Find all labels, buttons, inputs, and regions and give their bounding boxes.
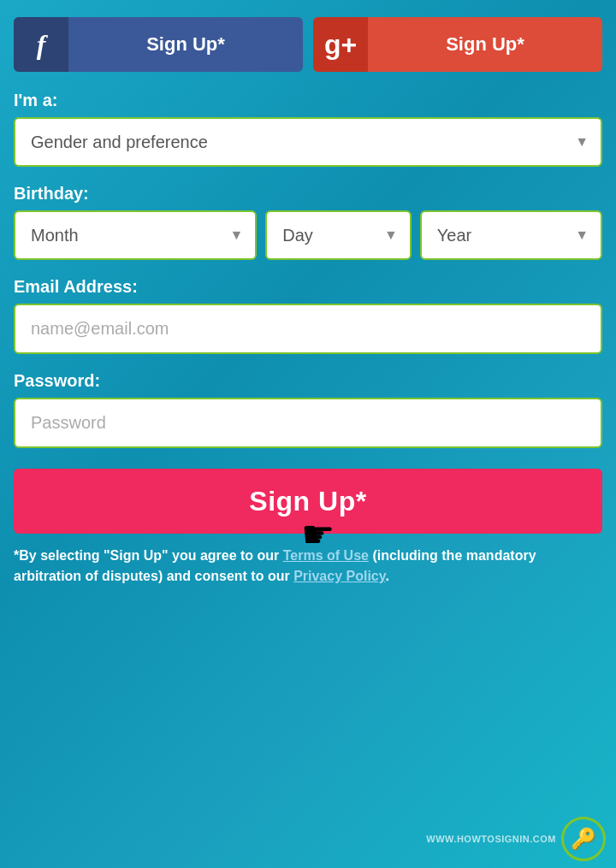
- password-section: Password:: [14, 371, 602, 448]
- gender-select[interactable]: Gender and preference Man seeking Woman …: [14, 117, 602, 167]
- birthday-label: Birthday:: [14, 184, 602, 204]
- facebook-signup-label: Sign Up*: [68, 33, 303, 56]
- social-buttons-row: f Sign Up* g+ Sign Up*: [14, 17, 602, 72]
- google-icon: g+: [313, 17, 368, 72]
- day-select-wrapper: Day 12345 678910 1112131415 1617181920 2…: [265, 210, 412, 260]
- birthday-section: Birthday: Month JanuaryFebruaryMarch Apr…: [14, 184, 602, 260]
- disclaimer-after: .: [385, 569, 388, 583]
- gender-section: Gender and preference Man seeking Woman …: [14, 117, 602, 167]
- email-input[interactable]: [14, 304, 602, 354]
- disclaimer-before: *By selecting "Sign Up" you agree to our: [14, 548, 283, 563]
- signup-button-label: Sign Up*: [249, 486, 366, 517]
- privacy-policy-link[interactable]: Privacy Policy: [293, 569, 385, 583]
- im-a-label: I'm a:: [14, 91, 602, 110]
- terms-of-use-link[interactable]: Terms of Use: [283, 548, 369, 563]
- google-signup-button[interactable]: g+ Sign Up*: [313, 17, 602, 72]
- month-select[interactable]: Month JanuaryFebruaryMarch AprilMayJune …: [14, 210, 257, 260]
- gender-select-wrapper: Gender and preference Man seeking Woman …: [14, 117, 602, 167]
- key-lock-icon: 🔑: [561, 817, 606, 861]
- day-select[interactable]: Day 12345 678910 1112131415 1617181920 2…: [265, 210, 412, 260]
- email-section: Email Address:: [14, 277, 602, 354]
- signup-button-wrapper: Sign Up* ☛: [14, 469, 602, 546]
- year-select[interactable]: Year 2005200420032002 2001200019991998 1…: [420, 210, 602, 260]
- month-select-wrapper: Month JanuaryFebruaryMarch AprilMayJune …: [14, 210, 257, 260]
- year-select-wrapper: Year 2005200420032002 2001200019991998 1…: [420, 210, 602, 260]
- signup-button[interactable]: Sign Up*: [14, 469, 602, 534]
- google-signup-label: Sign Up*: [368, 33, 602, 56]
- email-label: Email Address:: [14, 277, 602, 297]
- birthday-row: Month JanuaryFebruaryMarch AprilMayJune …: [14, 210, 602, 260]
- facebook-signup-button[interactable]: f Sign Up*: [14, 17, 303, 72]
- facebook-icon: f: [14, 17, 68, 72]
- disclaimer-text: *By selecting "Sign Up" you agree to our…: [14, 546, 602, 595]
- password-label: Password:: [14, 371, 602, 391]
- watermark-text: WWW.HOWTOSIGNIN.COM: [426, 834, 556, 844]
- password-input[interactable]: [14, 398, 602, 448]
- watermark: WWW.HOWTOSIGNIN.COM 🔑: [426, 817, 606, 861]
